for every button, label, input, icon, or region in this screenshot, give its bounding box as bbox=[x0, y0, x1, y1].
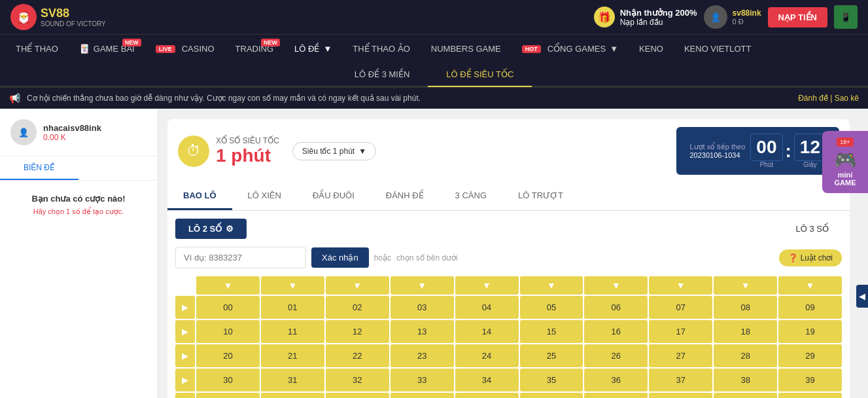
num-cell-49[interactable]: 49 bbox=[778, 393, 842, 398]
lo-2-so-active[interactable]: LÔ 2 SỐ ⚙ bbox=[175, 219, 247, 239]
num-cell-41[interactable]: 41 bbox=[261, 393, 324, 398]
num-cell-35[interactable]: 35 bbox=[520, 369, 583, 391]
mini-game-widget[interactable]: 18+ 🎮 mini GAME bbox=[822, 131, 868, 193]
num-cell-14[interactable]: 14 bbox=[455, 320, 519, 343]
num-cell-26[interactable]: 26 bbox=[584, 344, 648, 367]
tab-bang-cuoc[interactable]: BẢNG CƯỢC bbox=[78, 156, 157, 180]
tab-lo-truot[interactable]: LÔ TRƯỢT bbox=[502, 183, 579, 210]
num-cell-12[interactable]: 12 bbox=[326, 320, 389, 343]
num-cell-13[interactable]: 13 bbox=[391, 320, 454, 343]
num-cell-40[interactable]: 40 bbox=[196, 393, 260, 398]
num-cell-38[interactable]: 38 bbox=[714, 369, 777, 391]
num-cell-05[interactable]: 05 bbox=[520, 296, 583, 319]
sidebar-item-live-casino[interactable]: LIVE CASINO bbox=[147, 35, 224, 63]
col-header-8[interactable]: ▼ bbox=[714, 276, 777, 295]
num-cell-17[interactable]: 17 bbox=[649, 320, 712, 343]
num-cell-04[interactable]: 04 bbox=[455, 296, 519, 319]
num-cell-15[interactable]: 15 bbox=[520, 320, 583, 343]
bonus-sub: Nạp lần đầu bbox=[620, 18, 663, 27]
row-arrow-2[interactable]: ▶ bbox=[175, 344, 195, 367]
tab-lo-de-3-mien[interactable]: LÔ ĐỀ 3 MIỀN bbox=[336, 63, 428, 87]
col-header-3[interactable]: ▼ bbox=[391, 276, 454, 295]
num-cell-23[interactable]: 23 bbox=[391, 344, 454, 367]
col-header-5[interactable]: ▼ bbox=[520, 276, 583, 295]
num-cell-44[interactable]: 44 bbox=[455, 393, 519, 398]
num-cell-48[interactable]: 48 bbox=[714, 393, 777, 398]
number-row: ▶40414243444546474849 bbox=[175, 393, 842, 398]
num-cell-30[interactable]: 30 bbox=[196, 369, 260, 391]
tab-bao-lo[interactable]: BAO LÔ bbox=[167, 183, 232, 210]
num-cell-01[interactable]: 01 bbox=[261, 296, 324, 319]
tab-dau-duoi[interactable]: ĐẦU ĐUÔI bbox=[297, 183, 370, 210]
tab-bien-de[interactable]: BIÊN ĐỀ bbox=[0, 156, 78, 180]
bonus-area[interactable]: 🎁 Nhận thưởng 200% Nạp lần đầu bbox=[594, 7, 697, 27]
num-cell-39[interactable]: 39 bbox=[778, 369, 842, 391]
row-arrow-3[interactable]: ▶ bbox=[175, 369, 195, 391]
col-header-0[interactable]: ▼ bbox=[196, 276, 260, 295]
num-cell-42[interactable]: 42 bbox=[326, 393, 389, 398]
row-arrow-0[interactable]: ▶ bbox=[175, 296, 195, 319]
col-header-7[interactable]: ▼ bbox=[649, 276, 712, 295]
num-cell-29[interactable]: 29 bbox=[778, 344, 842, 367]
num-cell-27[interactable]: 27 bbox=[649, 344, 712, 367]
col-header-6[interactable]: ▼ bbox=[584, 276, 648, 295]
timer-select-button[interactable]: Siêu tốc 1 phút ▼ bbox=[292, 142, 376, 160]
sidebar-item-cong-games[interactable]: HOT CỔNG GAMES ▼ bbox=[513, 35, 627, 63]
num-cell-37[interactable]: 37 bbox=[649, 369, 712, 391]
num-cell-21[interactable]: 21 bbox=[261, 344, 324, 367]
num-cell-24[interactable]: 24 bbox=[455, 344, 519, 367]
sidebar-item-keno-vietlott[interactable]: KENO VIETLOTT bbox=[675, 35, 761, 63]
sidebar-item-the-thao[interactable]: THỂ THAO bbox=[7, 35, 67, 63]
num-cell-28[interactable]: 28 bbox=[714, 344, 777, 367]
row-arrow-4[interactable]: ▶ bbox=[175, 393, 195, 398]
num-cell-32[interactable]: 32 bbox=[326, 369, 389, 391]
num-cell-18[interactable]: 18 bbox=[714, 320, 777, 343]
num-cell-19[interactable]: 19 bbox=[778, 320, 842, 343]
num-cell-08[interactable]: 08 bbox=[714, 296, 777, 319]
sidebar-item-the-thao-ao[interactable]: THỂ THAO ẢO bbox=[343, 35, 419, 63]
col-header-1[interactable]: ▼ bbox=[261, 276, 324, 295]
num-cell-07[interactable]: 07 bbox=[649, 296, 712, 319]
num-cell-31[interactable]: 31 bbox=[261, 369, 324, 391]
tab-lo-xien[interactable]: LÔ XIÊN bbox=[232, 183, 297, 210]
num-cell-16[interactable]: 16 bbox=[584, 320, 648, 343]
xac-nhan-button[interactable]: Xác nhận bbox=[311, 247, 369, 268]
col-header-9[interactable]: ▼ bbox=[778, 276, 842, 295]
tab-lo-de-sieu-toc[interactable]: LÔ ĐỀ SIÊU TỐC bbox=[428, 63, 532, 87]
col-header-4[interactable]: ▼ bbox=[455, 276, 519, 295]
nap-tien-button[interactable]: NẠP TIỀN bbox=[768, 7, 827, 27]
mini-game-label: mini GAME bbox=[835, 171, 856, 187]
num-cell-43[interactable]: 43 bbox=[391, 393, 454, 398]
num-cell-06[interactable]: 06 bbox=[584, 296, 648, 319]
tab-danh-de[interactable]: ĐÁNH ĐỀ bbox=[370, 183, 440, 210]
num-cell-46[interactable]: 46 bbox=[584, 393, 648, 398]
num-cell-11[interactable]: 11 bbox=[261, 320, 324, 343]
num-cell-25[interactable]: 25 bbox=[520, 344, 583, 367]
marquee-links[interactable]: Đánh đề | Sao kê bbox=[798, 94, 859, 103]
number-input[interactable] bbox=[175, 247, 306, 268]
scroll-back-button[interactable]: ◀ bbox=[856, 285, 868, 308]
num-cell-10[interactable]: 10 bbox=[196, 320, 260, 343]
num-cell-09[interactable]: 09 bbox=[778, 296, 842, 319]
col-header-2[interactable]: ▼ bbox=[326, 276, 389, 295]
num-cell-03[interactable]: 03 bbox=[391, 296, 454, 319]
sidebar-item-game-bai[interactable]: 🃏 GAME BÀI NEW bbox=[70, 35, 144, 63]
row-arrow-1[interactable]: ▶ bbox=[175, 320, 195, 343]
sidebar-item-trading[interactable]: TRADING NEW bbox=[226, 35, 283, 63]
num-cell-34[interactable]: 34 bbox=[455, 369, 519, 391]
sidebar-item-lo-de[interactable]: LÔ ĐỀ ▼ bbox=[285, 35, 341, 63]
num-cell-20[interactable]: 20 bbox=[196, 344, 260, 367]
num-cell-36[interactable]: 36 bbox=[584, 369, 648, 391]
num-cell-02[interactable]: 02 bbox=[326, 296, 389, 319]
num-cell-47[interactable]: 47 bbox=[649, 393, 712, 398]
sidebar-item-numbers-game[interactable]: NUMBERS GAME bbox=[422, 35, 510, 63]
num-cell-22[interactable]: 22 bbox=[326, 344, 389, 367]
notification-button[interactable]: 📱 bbox=[834, 5, 858, 29]
luat-choi-button[interactable]: ❓ Luật chơi bbox=[779, 249, 842, 266]
num-cell-00[interactable]: 00 bbox=[196, 296, 260, 319]
lo-3-so-tab[interactable]: LÔ 3 SỐ bbox=[783, 219, 842, 239]
num-cell-33[interactable]: 33 bbox=[391, 369, 454, 391]
tab-3-cang[interactable]: 3 CÀNG bbox=[440, 183, 502, 210]
num-cell-45[interactable]: 45 bbox=[520, 393, 583, 398]
sidebar-item-keno[interactable]: KENO bbox=[630, 35, 672, 63]
